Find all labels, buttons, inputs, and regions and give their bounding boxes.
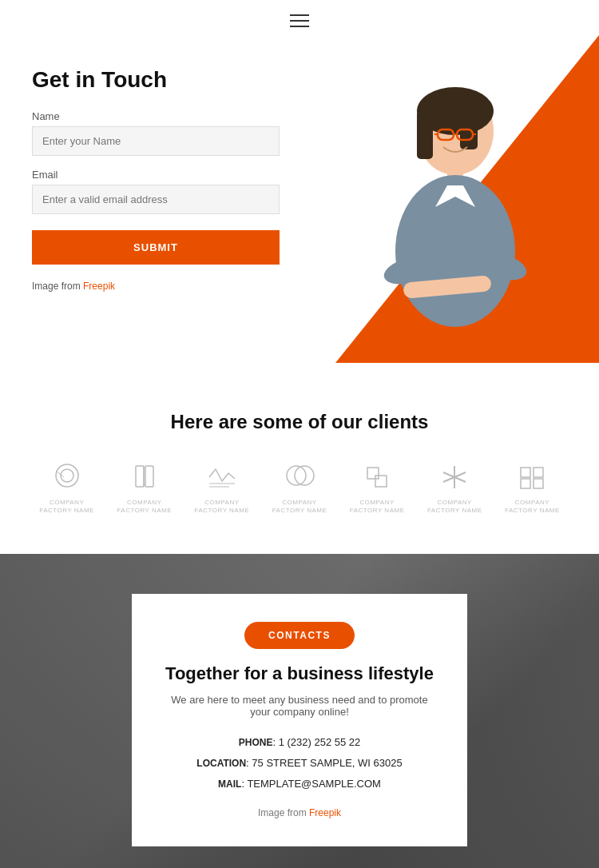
location-info: LOCATION: 75 STREET SAMPLE, WI 63025 <box>164 753 435 774</box>
clients-section: Here are some of our clients COMPANYFACT… <box>0 371 599 554</box>
client-logo-6: COMPANYFACTORY NAME <box>427 461 482 514</box>
client-logo-label-7: COMPANYFACTORY NAME <box>505 499 560 514</box>
contact-info: PHONE: 1 (232) 252 55 22 LOCATION: 75 ST… <box>164 732 435 794</box>
email-label: Email <box>32 169 280 181</box>
phone-label: PHONE <box>239 737 273 748</box>
svg-rect-34 <box>534 479 543 488</box>
contacts-heading: Together for a business lifestyle <box>164 663 435 684</box>
mail-value: TEMPLATE@SAMPLE.COM <box>247 778 381 790</box>
company-logo-icon-1 <box>46 461 88 495</box>
client-logo-label-2: COMPANYFACTORY NAME <box>117 499 172 514</box>
name-field-group: Name <box>32 110 280 156</box>
company-logo-icon-5 <box>356 461 398 495</box>
svg-point-24 <box>287 466 306 485</box>
company-logo-icon-4 <box>279 461 320 495</box>
mail-label: MAIL <box>218 778 241 790</box>
location-label: LOCATION <box>196 758 246 769</box>
company-logo-icon-2 <box>124 461 165 495</box>
header <box>0 0 599 35</box>
client-logo-5: COMPANYFACTORY NAME <box>350 461 405 514</box>
client-logo-1: COMPANYFACTORY NAME <box>39 461 94 514</box>
mail-info: MAIL: TEMPLATE@SAMPLE.COM <box>164 774 435 794</box>
svg-point-11 <box>395 175 515 327</box>
contacts-freepik-link[interactable]: Freepik <box>309 807 341 818</box>
contacts-subtitle: We are here to meet any business need an… <box>164 694 435 718</box>
svg-rect-26 <box>367 468 379 479</box>
company-logo-icon-3 <box>201 461 243 495</box>
location-value: 75 STREET SAMPLE, WI 63025 <box>252 757 402 769</box>
menu-icon[interactable] <box>290 14 309 27</box>
contacts-image-credit: Image from Freepik <box>164 807 435 818</box>
svg-rect-19 <box>136 466 144 487</box>
phone-info: PHONE: 1 (232) 252 55 22 <box>164 732 435 753</box>
clients-title: Here are some of our clients <box>32 411 567 433</box>
svg-point-17 <box>61 469 73 482</box>
client-logo-4: COMPANYFACTORY NAME <box>272 461 327 514</box>
contacts-section: CONTACTS Together for a business lifesty… <box>0 554 599 868</box>
client-logo-label-5: COMPANYFACTORY NAME <box>350 499 405 514</box>
svg-rect-33 <box>521 479 530 488</box>
freepik-link[interactable]: Freepik <box>83 281 115 292</box>
client-logo-label-3: COMPANYFACTORY NAME <box>195 499 250 514</box>
submit-button[interactable]: SUBMIT <box>32 230 280 265</box>
contacts-button[interactable]: CONTACTS <box>244 622 355 649</box>
client-logo-label-1: COMPANYFACTORY NAME <box>39 499 94 514</box>
name-label: Name <box>32 110 280 122</box>
svg-point-16 <box>56 464 78 487</box>
svg-point-25 <box>295 466 314 485</box>
client-logo-3: COMPANYFACTORY NAME <box>195 461 250 514</box>
client-logo-label-6: COMPANYFACTORY NAME <box>427 499 482 514</box>
contact-section: Get in Touch Name Email SUBMIT Image fro… <box>0 35 599 371</box>
contact-form: Get in Touch Name Email SUBMIT Image fro… <box>32 67 280 292</box>
svg-rect-4 <box>460 106 478 149</box>
phone-value: 1 (232) 252 55 22 <box>279 736 361 748</box>
svg-rect-27 <box>375 476 387 487</box>
email-field-group: Email <box>32 169 280 214</box>
name-input[interactable] <box>32 126 280 156</box>
clients-logos-row: COMPANYFACTORY NAME COMPANYFACTORY NAME … <box>32 461 567 514</box>
contact-title: Get in Touch <box>32 67 280 93</box>
hero-image <box>256 59 599 371</box>
svg-rect-31 <box>521 468 530 477</box>
email-input[interactable] <box>32 185 280 214</box>
client-logo-2: COMPANYFACTORY NAME <box>117 461 172 514</box>
company-logo-icon-6 <box>434 461 475 495</box>
company-logo-icon-7 <box>511 461 553 495</box>
svg-rect-3 <box>417 111 433 159</box>
contacts-card: CONTACTS Together for a business lifesty… <box>132 594 467 846</box>
client-logo-label-4: COMPANYFACTORY NAME <box>272 499 327 514</box>
client-logo-7: COMPANYFACTORY NAME <box>505 461 560 514</box>
svg-rect-20 <box>145 466 153 487</box>
image-credit: Image from Freepik <box>32 281 280 292</box>
svg-rect-32 <box>534 468 543 477</box>
